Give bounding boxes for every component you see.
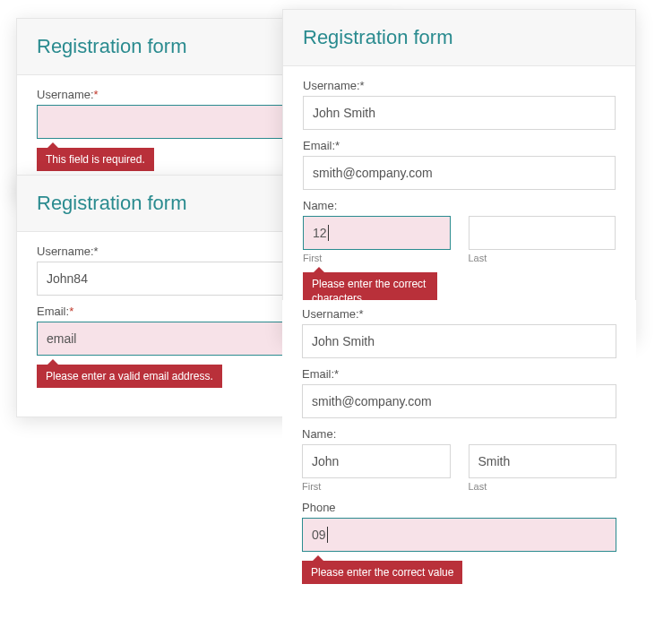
username-field: Username:* xyxy=(302,307,616,358)
username-field: Username:* xyxy=(303,79,616,130)
last-name-input[interactable] xyxy=(469,444,617,478)
card-body: Username:* Email:* Name: First Last Phon… xyxy=(282,300,636,613)
registration-form-card-4: Username:* Email:* Name: First Last Phon… xyxy=(282,300,636,613)
last-sublabel: Last xyxy=(469,253,616,263)
username-input[interactable] xyxy=(302,324,616,358)
username-input[interactable] xyxy=(303,96,616,130)
email-label: Email:* xyxy=(302,367,616,381)
name-row: First Last xyxy=(302,444,616,492)
registration-form-card-3: Registration form Username:* Email:* Nam… xyxy=(282,9,636,340)
error-tooltip: Please enter a valid email address. xyxy=(37,365,222,388)
email-field: Email:* xyxy=(302,367,616,418)
first-sublabel: First xyxy=(302,481,451,492)
first-name-input[interactable] xyxy=(302,444,451,478)
last-name-col: Last xyxy=(469,216,616,311)
first-name-col: First xyxy=(302,444,451,492)
card-header: Registration form xyxy=(283,10,635,66)
error-tooltip: Please enter the correct value xyxy=(302,561,462,584)
last-name-input[interactable] xyxy=(469,216,616,250)
email-label: Email:* xyxy=(303,139,616,152)
username-label: Username:* xyxy=(303,79,616,92)
email-input[interactable] xyxy=(302,384,616,418)
text-cursor xyxy=(328,225,329,241)
card-title: Registration form xyxy=(303,26,616,49)
phone-input[interactable]: 09 xyxy=(302,518,616,552)
text-cursor xyxy=(327,527,328,543)
name-field: Name: First Last xyxy=(302,427,616,492)
last-sublabel: Last xyxy=(469,481,617,492)
first-name-col: 12 First Please enter the correct charac… xyxy=(303,216,451,311)
name-field: Name: 12 First Please enter the correct … xyxy=(303,199,616,311)
name-label: Name: xyxy=(302,427,616,441)
username-label: Username:* xyxy=(302,307,616,321)
card-body: Username:* Email:* Name: 12 First Please… xyxy=(283,66,635,339)
email-field: Email:* xyxy=(303,139,616,190)
required-star: * xyxy=(69,305,73,318)
first-name-input[interactable]: 12 xyxy=(303,216,451,250)
name-label: Name: xyxy=(303,199,616,212)
last-name-col: Last xyxy=(469,444,617,492)
phone-field: Phone 09 Please enter the correct value xyxy=(302,501,616,584)
first-sublabel: First xyxy=(303,253,451,263)
name-row: 12 First Please enter the correct charac… xyxy=(303,216,616,311)
required-star: * xyxy=(94,88,99,101)
phone-label: Phone xyxy=(302,501,616,514)
email-input[interactable] xyxy=(303,156,616,190)
error-tooltip: This field is required. xyxy=(37,148,154,171)
